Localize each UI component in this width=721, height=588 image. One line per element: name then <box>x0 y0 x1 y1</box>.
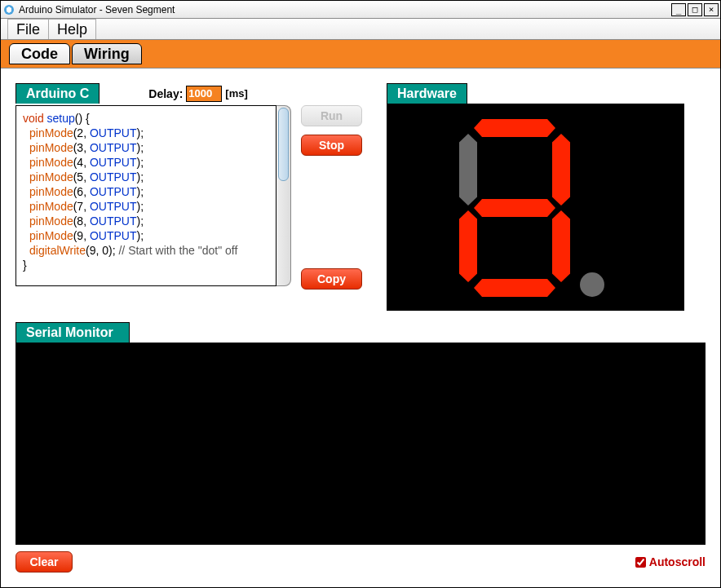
segment-a <box>474 119 555 137</box>
clear-button[interactable]: Clear <box>15 551 73 573</box>
hardware-header: Hardware <box>387 83 467 104</box>
serial-monitor[interactable] <box>15 343 706 545</box>
button-column: Run Stop Copy <box>301 105 362 290</box>
delay-input[interactable] <box>186 86 222 102</box>
bottom-row: Clear Autoscroll <box>15 551 706 573</box>
maximize-button[interactable]: □ <box>688 3 702 16</box>
stop-button[interactable]: Stop <box>301 135 362 156</box>
autoscroll-label: Autoscroll <box>649 555 706 568</box>
autoscroll-checkbox[interactable] <box>635 557 646 568</box>
serial-area: Serial Monitor Clear Autoscroll <box>15 322 706 573</box>
tab-bar: Code Wiring <box>1 40 720 69</box>
right-column: Hardware <box>387 83 706 311</box>
autoscroll-toggle[interactable]: Autoscroll <box>635 555 706 568</box>
minimize-button[interactable]: _ <box>671 3 686 16</box>
upper-row: Arduino C Delay: [ms] void setup() {pinM… <box>15 83 706 311</box>
app-icon <box>2 3 15 16</box>
code-editor[interactable]: void setup() {pinMode(2, OUTPUT);pinMode… <box>15 105 276 286</box>
segment-e <box>459 210 477 282</box>
segment-g <box>474 199 555 217</box>
close-button[interactable]: × <box>704 3 719 16</box>
titlebar: Arduino Simulator - Seven Segment _ □ × <box>1 1 720 19</box>
copy-button[interactable]: Copy <box>301 268 362 290</box>
tab-code[interactable]: Code <box>9 43 70 64</box>
run-button: Run <box>301 105 362 126</box>
segment-d <box>474 279 555 297</box>
serial-header: Serial Monitor <box>15 322 130 343</box>
segment-b <box>552 134 570 206</box>
window-title: Arduino Simulator - Seven Segment <box>19 4 670 15</box>
menubar: File Help <box>1 19 720 40</box>
left-column: Arduino C Delay: [ms] void setup() {pinM… <box>15 83 370 311</box>
delay-unit: [ms] <box>225 87 247 99</box>
seven-segment-display <box>387 104 684 311</box>
content-area: Arduino C Delay: [ms] void setup() {pinM… <box>1 69 720 587</box>
scroll-thumb[interactable] <box>278 108 289 181</box>
segment-f <box>459 134 477 206</box>
code-scrollbar[interactable] <box>276 105 291 286</box>
menu-file[interactable]: File <box>7 19 49 39</box>
segment-c <box>552 210 570 282</box>
tab-wiring[interactable]: Wiring <box>72 43 142 64</box>
delay-label: Delay: <box>148 87 183 100</box>
segment-dp <box>580 272 604 297</box>
arduino-c-header: Arduino C <box>15 83 100 104</box>
menu-help[interactable]: Help <box>49 19 96 39</box>
app-window: Arduino Simulator - Seven Segment _ □ × … <box>0 0 721 588</box>
